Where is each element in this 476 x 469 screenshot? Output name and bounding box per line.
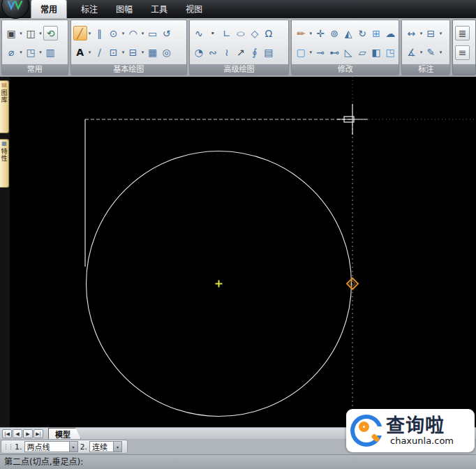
last-sheet-button[interactable]: ▶| [34, 429, 43, 438]
ribbon-group-common: ▣▾ ◫▾ ⟲ ⌀▾ ◳▾ ▥ 常用 [1, 20, 68, 75]
sidebar-tab-properties-label: 特性 [0, 148, 9, 162]
dropdown-arrow-icon[interactable]: ▾ [140, 31, 146, 36]
tab-common[interactable]: 常用 [31, 0, 67, 18]
block-tool-icon[interactable]: ⊡ [107, 45, 121, 60]
ribbon-group-modify: ✏▾ ✛ ⊚ ◭ ↻ ⊞ ☁ ▢▾ ⊸ ⊷ ◺ ▱ ◧ ◳ [291, 20, 399, 75]
ole-update-icon[interactable]: ⟲ [43, 26, 58, 40]
tab-sheet[interactable]: 图幅 [112, 0, 137, 18]
angle-line-icon[interactable]: ∟ [220, 26, 234, 40]
circle-center-mark [216, 281, 223, 288]
line-mode-dropdown-icon[interactable]: ▾ [69, 441, 78, 452]
tab-view[interactable]: 视图 [181, 0, 207, 18]
arc-tool-icon[interactable]: ◠ [126, 26, 140, 40]
copy-icon[interactable]: ◫ [24, 26, 38, 40]
ellipse-tool-icon[interactable]: ○ [234, 26, 248, 40]
image-insert-icon[interactable]: ▤ [262, 45, 276, 60]
ribbon: ▣▾ ◫▾ ⟲ ⌀▾ ◳▾ ▥ 常用 ╱▾ ∥ ⊙▾ ◠▾ ▭ [0, 18, 476, 77]
dropdown-arrow-icon[interactable]: ▾ [18, 31, 24, 36]
toolbar-grip[interactable]: ⋮⋮ [3, 443, 13, 450]
tab-dimension[interactable]: 标注 [77, 0, 102, 18]
dropdown-arrow-icon[interactable]: ▾ [87, 31, 93, 36]
arrow-tool-icon[interactable]: ↗ [234, 45, 248, 60]
centerline-tool-icon[interactable]: ↺ [160, 26, 174, 40]
group-label-common: 常用 [2, 64, 68, 75]
tab-tools[interactable]: 工具 [147, 0, 172, 18]
spline-tool-icon[interactable]: ∿ [192, 26, 206, 40]
dimension-tool-icon[interactable]: ↔ [404, 26, 418, 40]
scale-tool-icon[interactable]: ◺ [341, 45, 355, 60]
parallel-line-icon[interactable]: ∥ [93, 26, 107, 40]
dim-style-icon[interactable]: ⊟ [424, 26, 438, 40]
option2-label: 2. [80, 442, 88, 452]
axis-line-icon[interactable]: ∕ [93, 45, 107, 60]
dim-edit-icon[interactable]: ✎ [424, 45, 438, 60]
coord-dim-icon[interactable]: ∡ [404, 45, 418, 60]
dropdown-arrow-icon[interactable]: ▾ [38, 31, 43, 36]
pie-tool-icon[interactable]: ◔ [192, 45, 206, 60]
zoom-icon[interactable]: ⌀ [4, 45, 18, 60]
extend-tool-icon[interactable]: ⊷ [327, 45, 341, 60]
first-sheet-button[interactable]: |◀ [2, 429, 12, 438]
watermark: 查询啦 chaxunla.com [346, 409, 475, 452]
crosshair-cursor [337, 104, 368, 135]
drawing-canvas[interactable] [10, 77, 476, 427]
move-tool-icon[interactable]: ✛ [313, 26, 327, 40]
group-label-basic-draw: 基本绘图 [71, 64, 186, 75]
continuity-input[interactable] [89, 441, 113, 452]
text-tool-icon[interactable]: A [73, 45, 87, 60]
formula-curve-icon[interactable]: Ω [262, 26, 276, 40]
dropdown-arrow-icon[interactable]: ▾ [308, 50, 313, 55]
dropdown-arrow-icon[interactable]: ▾ [418, 50, 424, 55]
dropdown-arrow-icon[interactable]: ▾ [87, 50, 93, 55]
dropdown-arrow-icon[interactable]: ▾ [438, 31, 443, 36]
dropdown-arrow-icon[interactable]: ▾ [418, 31, 424, 36]
solid-tool-icon[interactable]: ◧ [369, 45, 383, 60]
select-rect-icon[interactable]: ▢ [294, 45, 308, 60]
model-space-tab[interactable]: 模型 [48, 428, 81, 439]
dropdown-arrow-icon[interactable]: ▾ [121, 50, 126, 55]
stamp-tool-icon[interactable]: ◎ [160, 45, 174, 60]
prev-sheet-button[interactable]: ◀ [13, 429, 22, 438]
wave-line-icon[interactable]: ∾ [206, 45, 220, 60]
table-tool-icon[interactable]: ⊟ [126, 45, 140, 60]
line-tool-icon[interactable]: ╱ [73, 26, 87, 40]
chaxunla-logo-icon [350, 415, 382, 447]
dropdown-arrow-icon[interactable]: ▾ [18, 50, 24, 55]
array-tool-icon[interactable]: ⊞ [369, 26, 383, 40]
sidebar-tab-properties[interactable]: ▦ 特性 [0, 139, 9, 188]
corner-tool-icon[interactable]: ◳ [383, 45, 397, 60]
dropdown-arrow-icon[interactable]: ▾ [438, 50, 443, 55]
revision-cloud-icon[interactable]: ☁ [383, 26, 397, 40]
dropdown-arrow-icon[interactable]: ▾ [308, 31, 313, 36]
hatch-tool-icon[interactable]: ▦ [146, 45, 160, 60]
next-sheet-button[interactable]: ▶ [23, 429, 33, 438]
properties-icon: ▦ [1, 141, 7, 147]
circle-tool-icon[interactable]: ⊙ [107, 26, 121, 40]
doc-panel-icon[interactable]: ≣ [455, 26, 470, 40]
trim-tool-icon[interactable]: ⊸ [313, 45, 327, 60]
dropdown-arrow-icon[interactable]: ▾ [121, 31, 126, 36]
dropdown-arrow-icon[interactable]: ▾ [38, 50, 43, 55]
paste-icon[interactable]: ▣ [4, 26, 18, 40]
copy-object-icon[interactable]: ⊚ [327, 26, 341, 40]
zigzag-line-icon[interactable]: ≀ [220, 45, 234, 60]
ribbon-tab-row: 常用 标注 图幅 工具 视图 [31, 0, 207, 18]
title-bar: 常用 标注 图幅 工具 视图 [0, 0, 476, 18]
dropdown-arrow-icon[interactable]: ▾ [140, 50, 146, 55]
rectangle-tool-icon[interactable]: ▭ [146, 26, 160, 40]
doc-import-icon[interactable]: ◳ [24, 45, 38, 60]
contour-tool-icon[interactable]: ∮ [248, 45, 262, 60]
ribbon-group-adv-draw: ∿ • ∟ ○ ◇ Ω ◔ ∾ ≀ ↗ ∮ ▤ 高级绘图 [189, 20, 289, 75]
rotate-rect-icon[interactable]: ▱ [355, 45, 369, 60]
erase-tool-icon[interactable]: ✏ [294, 26, 308, 40]
point-tool-icon[interactable]: • [206, 26, 220, 40]
menu-icon[interactable]: ≡ [455, 45, 470, 60]
group-label-modify: 修改 [292, 64, 399, 75]
continuity-dropdown-icon[interactable]: ▾ [113, 441, 122, 452]
display-icon[interactable]: ▥ [43, 45, 57, 60]
line-mode-input[interactable] [24, 441, 69, 452]
polygon-tool-icon[interactable]: ◇ [248, 26, 262, 40]
sidebar-tab-library[interactable]: ▤ 图库 [0, 80, 9, 133]
rotate-tool-icon[interactable]: ↻ [355, 26, 369, 40]
mirror-tool-icon[interactable]: ◭ [341, 26, 355, 40]
